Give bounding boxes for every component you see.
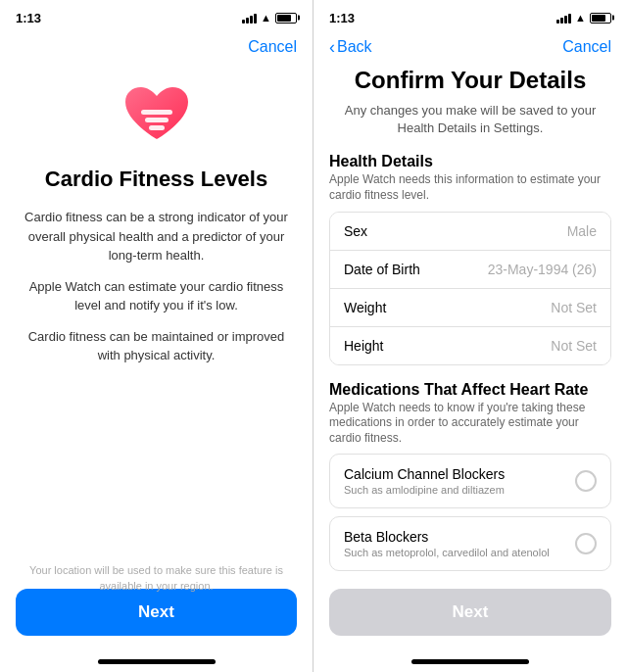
med-section-desc: Apple Watch needs to know if you're taki… — [329, 401, 611, 447]
cancel-button-left[interactable]: Cancel — [248, 38, 297, 56]
back-label: Back — [337, 38, 372, 56]
battery-icon — [275, 13, 297, 24]
row-label-weight: Weight — [344, 300, 386, 315]
row-value-sex: Male — [567, 223, 597, 239]
left-desc-3: Cardio fitness can be maintained or impr… — [24, 327, 289, 365]
signal-icon — [242, 12, 257, 24]
med-option-beta[interactable]: Beta Blockers Such as metoprolol, carved… — [329, 516, 611, 571]
med-section-title: Medications That Affect Heart Rate — [329, 381, 611, 399]
table-row[interactable]: Height Not Set — [330, 327, 610, 364]
left-title: Cardio Fitness Levels — [45, 167, 267, 192]
status-bar-right: 1:13 ▲ — [314, 0, 627, 31]
status-bar-left: 1:13 ▲ — [0, 0, 313, 31]
med-option-text-beta: Beta Blockers Such as metoprolol, carved… — [344, 529, 575, 558]
row-label-height: Height — [344, 338, 383, 354]
signal-icon-right — [556, 12, 571, 24]
med-option-sub-calcium: Such as amlodipine and diltiazem — [344, 484, 575, 496]
radio-calcium[interactable] — [575, 470, 597, 492]
status-time-left: 1:13 — [16, 11, 41, 25]
table-row[interactable]: Sex Male — [330, 213, 610, 251]
row-value-weight: Not Set — [551, 300, 597, 315]
row-value-dob: 23-May-1994 (26) — [488, 262, 597, 277]
row-label-dob: Date of Birth — [344, 262, 420, 277]
med-option-sub-beta: Such as metoprolol, carvedilol and ateno… — [344, 547, 575, 558]
svg-rect-1 — [145, 118, 169, 122]
left-desc-1: Cardio fitness can be a strong indicator… — [24, 208, 289, 265]
home-indicator-left — [98, 659, 216, 664]
table-row[interactable]: Weight Not Set — [330, 289, 610, 327]
table-row[interactable]: Date of Birth 23-May-1994 (26) — [330, 251, 610, 289]
back-chevron-icon: ‹ — [329, 38, 335, 56]
nav-bar-right: ‹ Back Cancel — [314, 31, 627, 67]
home-indicator-right — [411, 659, 529, 664]
right-phone-screen: 1:13 ▲ ‹ Back Cancel Confirm Your Detail… — [314, 0, 627, 672]
confirm-title: Confirm Your Details — [329, 67, 611, 94]
next-button-right[interactable]: Next — [329, 589, 611, 636]
health-section-title: Health Details — [329, 153, 611, 170]
left-desc-2: Apple Watch can estimate your cardio fit… — [24, 277, 289, 315]
med-option-name-calcium: Calcium Channel Blockers — [344, 466, 575, 482]
location-note: Your location will be used to make sure … — [24, 563, 289, 594]
confirm-subtitle: Any changes you make will be saved to yo… — [329, 102, 611, 137]
svg-rect-0 — [141, 110, 172, 115]
left-phone-screen: 1:13 ▲ Cancel — [0, 0, 314, 672]
status-icons-left: ▲ — [242, 12, 297, 24]
med-option-calcium[interactable]: Calcium Channel Blockers Such as amlodip… — [329, 454, 611, 508]
health-section-desc: Apple Watch needs this information to es… — [329, 172, 611, 203]
radio-beta[interactable] — [575, 533, 597, 554]
heart-logo — [118, 82, 196, 151]
next-button-left[interactable]: Next — [16, 589, 297, 636]
left-main-content: Cardio Fitness Levels Cardio fitness can… — [0, 67, 313, 577]
nav-bar-left: Cancel — [0, 31, 313, 67]
row-value-height: Not Set — [551, 338, 597, 354]
med-option-name-beta: Beta Blockers — [344, 529, 575, 545]
svg-rect-2 — [149, 125, 165, 130]
back-button[interactable]: ‹ Back — [329, 38, 372, 56]
status-time-right: 1:13 — [329, 11, 355, 25]
health-details-table: Sex Male Date of Birth 23-May-1994 (26) … — [329, 212, 611, 365]
med-option-text-calcium: Calcium Channel Blockers Such as amlodip… — [344, 466, 575, 496]
wifi-icon-right: ▲ — [575, 12, 586, 24]
battery-icon-right — [590, 13, 611, 24]
cancel-button-right[interactable]: Cancel — [562, 38, 611, 56]
status-icons-right: ▲ — [556, 12, 611, 24]
right-bottom-area: Next — [314, 577, 627, 659]
row-label-sex: Sex — [344, 223, 367, 239]
wifi-icon: ▲ — [261, 12, 271, 24]
right-main-content: Confirm Your Details Any changes you mak… — [314, 67, 627, 577]
